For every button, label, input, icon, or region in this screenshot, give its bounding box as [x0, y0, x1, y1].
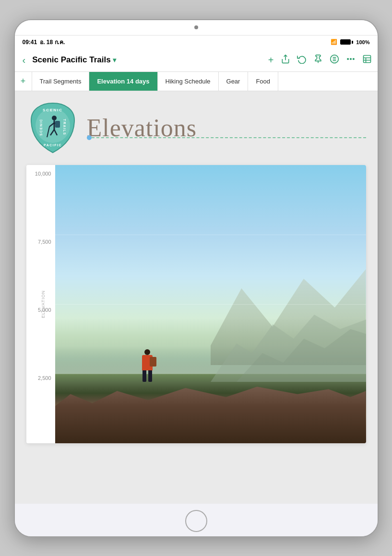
tab-trail-segments[interactable]: Trail Segments	[32, 72, 90, 91]
tab-trail-segments-label: Trail Segments	[40, 78, 82, 85]
dashed-divider	[87, 137, 366, 138]
tab-gear-label: Gear	[226, 78, 240, 85]
tab-elevation-14-days[interactable]: Elevation 14 days	[89, 72, 157, 91]
ipad-device: 09:41 อ. 18 ก.ค. 📶 100% ‹ Scenic Pacific…	[14, 19, 379, 537]
battery-percent: 100%	[356, 39, 369, 45]
chart-y-axis: ELEVATION 10,000 7,500 5,000 2,500	[26, 165, 55, 443]
tab-gear[interactable]: Gear	[219, 72, 249, 91]
chart-image-area	[55, 165, 366, 443]
sheet-button[interactable]	[362, 54, 372, 66]
svg-point-7	[350, 58, 351, 59]
grid-line-7500	[55, 235, 366, 235]
grid-line-5000	[55, 304, 366, 305]
status-bar: 09:41 อ. 18 ก.ค. 📶 100%	[15, 35, 378, 49]
elevation-chart[interactable]: ELEVATION 10,000 7,500 5,000 2,500	[26, 165, 366, 443]
status-left: 09:41 อ. 18 ก.ค.	[23, 37, 65, 47]
logo-badge: SCENIC PACIFIC TRAILS SCENIC	[26, 101, 79, 155]
svg-text:SCENIC: SCENIC	[42, 108, 62, 112]
pin-button[interactable]	[313, 54, 323, 66]
y-label-10000: 10,000	[35, 171, 51, 177]
add-tab-button[interactable]: +	[15, 72, 32, 91]
device-footer	[15, 504, 378, 537]
svg-rect-9	[363, 55, 370, 62]
format-button[interactable]	[330, 54, 339, 66]
svg-point-6	[347, 58, 348, 59]
svg-point-14	[52, 116, 57, 120]
add-button[interactable]: +	[268, 55, 274, 66]
battery-tip	[352, 41, 353, 44]
share-button[interactable]	[281, 54, 290, 66]
battery-body	[340, 39, 351, 45]
tab-elevation-14-days-label: Elevation 14 days	[97, 78, 149, 85]
status-time: 09:41	[23, 39, 37, 46]
device-top-bar	[15, 20, 378, 35]
add-tab-icon: +	[21, 76, 26, 86]
svg-point-8	[353, 58, 354, 59]
title-text: Scenic Pacific Trails	[32, 55, 110, 65]
svg-text:SCENIC: SCENIC	[39, 118, 43, 135]
more-button[interactable]	[346, 54, 356, 66]
mountain-ridges-svg	[55, 305, 366, 382]
svg-text:PACIFIC: PACIFIC	[44, 143, 62, 147]
tab-hiking-schedule-label: Hiking Schedule	[166, 78, 211, 85]
camera-dot	[194, 25, 198, 29]
tab-food[interactable]: Food	[248, 72, 278, 91]
document-title[interactable]: Scenic Pacific Trails ▾	[32, 55, 263, 65]
svg-text:TRAILS: TRAILS	[63, 118, 66, 135]
main-toolbar: ‹ Scenic Pacific Trails ▾ +	[15, 49, 378, 72]
toolbar-actions: +	[268, 54, 372, 66]
handle-dot[interactable]	[87, 135, 92, 140]
page-title-area: Elevations	[87, 114, 366, 142]
home-button[interactable]	[185, 510, 207, 532]
back-button[interactable]: ‹	[21, 53, 28, 68]
status-date: อ. 18 ก.ค.	[40, 37, 65, 47]
tabs-bar: + Trail Segments Elevation 14 days Hikin…	[15, 72, 378, 91]
main-content: SCENIC PACIFIC TRAILS SCENIC Elevations	[15, 91, 378, 504]
undo-button[interactable]	[297, 54, 307, 66]
y-label-2500: 2,500	[38, 375, 51, 381]
elevation-photo	[55, 165, 366, 443]
svg-rect-21	[55, 121, 60, 128]
rocks-foreground	[55, 382, 366, 443]
page-header: SCENIC PACIFIC TRAILS SCENIC Elevations	[26, 101, 366, 155]
y-label-7500: 7,500	[38, 239, 51, 245]
tab-hiking-schedule[interactable]: Hiking Schedule	[158, 72, 219, 91]
wifi-icon: 📶	[331, 39, 337, 45]
title-dropdown-arrow: ▾	[113, 56, 116, 64]
tab-food-label: Food	[256, 78, 270, 85]
y-axis-title: ELEVATION	[41, 290, 46, 318]
battery-indicator	[340, 39, 353, 45]
status-right: 📶 100%	[331, 39, 369, 45]
